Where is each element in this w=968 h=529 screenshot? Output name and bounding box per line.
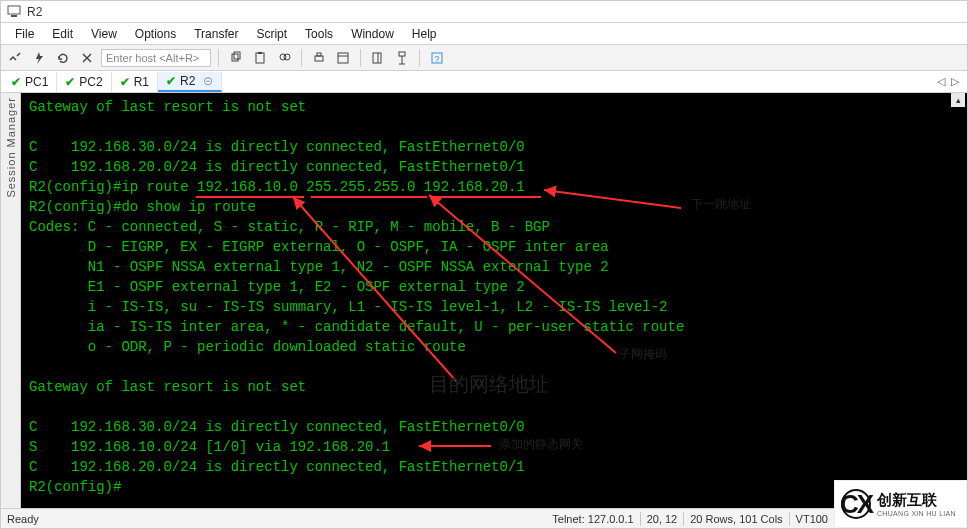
tab-PC1[interactable]: ✔PC1 — [3, 72, 57, 92]
find-icon[interactable] — [274, 48, 294, 68]
status-emu: VT100 — [796, 513, 828, 525]
watermark: CX 创新互联 CHUANG XIN HU LIAN — [834, 480, 967, 528]
terminal-output[interactable]: Gateway of last resort is not set C 192.… — [21, 93, 967, 508]
session-manager-sidebar[interactable]: Session Manager — [1, 93, 21, 508]
svg-rect-11 — [317, 53, 321, 56]
tab-label: PC1 — [25, 75, 48, 89]
toolbar-sep-4 — [419, 49, 420, 67]
new-session-icon[interactable] — [368, 48, 388, 68]
annotation-underline-mask — [311, 196, 427, 198]
toolbar-sep-3 — [360, 49, 361, 67]
toolbar: Enter host <Alt+R> ? — [1, 45, 967, 71]
menu-script[interactable]: Script — [248, 25, 295, 43]
toolbar-sep-1 — [218, 49, 219, 67]
menu-window[interactable]: Window — [343, 25, 402, 43]
svg-rect-5 — [234, 52, 240, 59]
menu-view[interactable]: View — [83, 25, 125, 43]
help-icon[interactable]: ? — [427, 48, 447, 68]
disconnect-icon[interactable] — [77, 48, 97, 68]
check-icon: ✔ — [166, 74, 176, 88]
watermark-cn: 创新互联 — [877, 491, 956, 510]
annotation-underline-dest — [196, 196, 304, 198]
close-tab-icon[interactable]: ⊝ — [203, 74, 213, 88]
svg-rect-14 — [373, 53, 381, 63]
toolbar-sep-2 — [301, 49, 302, 67]
menu-help[interactable]: Help — [404, 25, 445, 43]
check-icon: ✔ — [65, 75, 75, 89]
svg-point-9 — [284, 54, 290, 60]
session-tabs: ✔PC1✔PC2✔R1✔R2⊝ ◁ ▷ — [1, 71, 967, 93]
window-title: R2 — [27, 5, 42, 19]
status-ready: Ready — [7, 513, 39, 525]
properties-icon[interactable] — [333, 48, 353, 68]
menu-options[interactable]: Options — [127, 25, 184, 43]
reconnect-icon[interactable] — [53, 48, 73, 68]
tab-R1[interactable]: ✔R1 — [112, 72, 158, 92]
svg-rect-10 — [315, 56, 323, 61]
app-icon — [7, 5, 21, 19]
commands-icon[interactable] — [392, 48, 412, 68]
menu-file[interactable]: File — [7, 25, 42, 43]
status-cursor: 20, 12 — [647, 513, 678, 525]
status-size: 20 Rows, 101 Cols — [690, 513, 782, 525]
svg-rect-6 — [256, 53, 264, 63]
svg-text:?: ? — [434, 54, 439, 64]
status-sep-2 — [683, 512, 684, 526]
svg-rect-16 — [399, 52, 405, 56]
quick-connect-icon[interactable] — [29, 48, 49, 68]
session-manager-label: Session Manager — [5, 97, 17, 198]
watermark-py: CHUANG XIN HU LIAN — [877, 510, 956, 517]
watermark-logo-icon: CX — [841, 489, 871, 519]
print-icon[interactable] — [309, 48, 329, 68]
menu-edit[interactable]: Edit — [44, 25, 81, 43]
status-sep-1 — [640, 512, 641, 526]
svg-rect-12 — [338, 53, 348, 63]
paste-icon[interactable] — [250, 48, 270, 68]
statusbar: Ready Telnet: 127.0.0.1 20, 12 20 Rows, … — [1, 508, 967, 528]
host-input[interactable]: Enter host <Alt+R> — [101, 49, 211, 67]
svg-rect-0 — [8, 6, 20, 14]
status-telnet: Telnet: 127.0.0.1 — [552, 513, 633, 525]
svg-rect-4 — [232, 54, 238, 61]
status-sep-3 — [789, 512, 790, 526]
titlebar: R2 — [1, 1, 967, 23]
scroll-up-icon[interactable]: ▴ — [951, 93, 965, 107]
tab-label: PC2 — [79, 75, 102, 89]
copy-icon[interactable] — [226, 48, 246, 68]
tabs-scroll-right-icon[interactable]: ▷ — [951, 75, 959, 88]
svg-rect-1 — [11, 15, 17, 17]
connect-icon[interactable] — [5, 48, 25, 68]
menu-transfer[interactable]: Transfer — [186, 25, 246, 43]
host-input-value: Enter host <Alt+R> — [106, 52, 199, 64]
check-icon: ✔ — [120, 75, 130, 89]
tab-PC2[interactable]: ✔PC2 — [57, 72, 111, 92]
check-icon: ✔ — [11, 75, 21, 89]
tabs-scroll-left-icon[interactable]: ◁ — [937, 75, 945, 88]
tab-label: R1 — [134, 75, 149, 89]
tab-label: R2 — [180, 74, 195, 88]
svg-rect-7 — [258, 52, 262, 54]
tab-R2[interactable]: ✔R2⊝ — [158, 72, 222, 92]
menu-tools[interactable]: Tools — [297, 25, 341, 43]
menubar: File Edit View Options Transfer Script T… — [1, 23, 967, 45]
annotation-underline-nexthop — [433, 196, 541, 198]
